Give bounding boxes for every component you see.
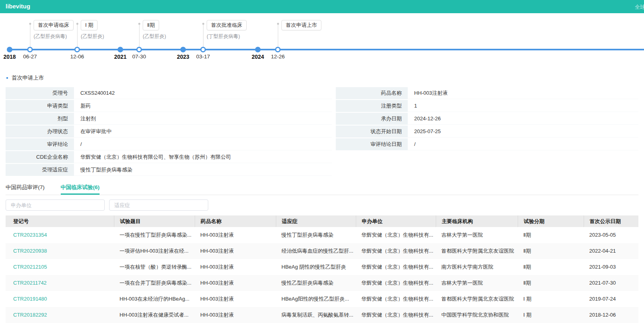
- detail-table-right: 药品名称HH-003注射液注册类型1承办日期2024-12-26状态开始日期20…: [336, 87, 638, 150]
- timeline-axis: [10, 49, 644, 50]
- sponsor-cell: 华辉安健（北京）生物科技有...: [356, 291, 436, 307]
- detail-label: 状态开始日期: [336, 126, 408, 138]
- detail-value: HH-003注射液: [408, 87, 638, 99]
- indication-cell: HBeAg阳性的慢性乙型肝炎...: [276, 291, 356, 307]
- detail-row: 审评结论日期/: [336, 138, 638, 150]
- drug-name-cell: HH-003注射液: [195, 307, 276, 323]
- detail-value: 华辉安健（北京）生物科技有限公司、智享生物（苏州）有限公司: [74, 151, 332, 163]
- registration-number-link[interactable]: CTR20182292: [13, 312, 47, 318]
- detail-value: 慢性丁型肝炎病毒感染: [74, 164, 332, 176]
- registration-number-cell: CTR20212105: [6, 259, 114, 275]
- detail-label: 审评结论日期: [336, 138, 408, 150]
- column-header: 主要临床机构: [436, 215, 518, 227]
- sponsor-cell: 华辉安健（北京）生物科技有...: [356, 307, 436, 323]
- sponsor-cell: 华辉安健（北京）生物科技有...: [356, 243, 436, 259]
- timeline-stem-dot-icon: [29, 23, 31, 25]
- institution-cell: 首都医科大学附属北京友谊医院: [436, 291, 518, 307]
- registration-number-cell: CTR20220938: [6, 243, 114, 259]
- timeline-year-dot-icon: [118, 47, 123, 52]
- detail-value: /: [408, 138, 638, 150]
- timeline-stem: [139, 24, 140, 50]
- detail-label: CDE企业名称: [6, 151, 74, 163]
- registration-number-cell: CTR20182292: [6, 307, 114, 323]
- trial-title-cell: 一项在慢性丁型肝炎病毒感染...: [114, 227, 195, 243]
- timeline-event-dot-icon[interactable]: [136, 47, 142, 52]
- detail-label: 办理状态: [6, 126, 74, 138]
- registration-number-link[interactable]: CTR20231354: [13, 232, 47, 238]
- timeline-year-label: 2023: [174, 54, 192, 60]
- table-row: CTR20220938一项评估HH-003注射液在经...HH-003注射液经治…: [6, 243, 638, 259]
- phase-cell: Ⅰ 期: [518, 307, 584, 323]
- first-publish-date-cell: 2019-07-24: [584, 291, 638, 307]
- detail-row: 状态开始日期2025-07-25: [336, 126, 638, 138]
- detail-row: CDE企业名称华辉安健（北京）生物科技有限公司、智享生物（苏州）有限公司: [6, 151, 332, 163]
- timeline-event-dot-icon[interactable]: [74, 47, 80, 52]
- detail-label: 注册类型: [336, 100, 408, 112]
- tab-cn-drug-review[interactable]: 中国药品审评(7): [6, 184, 45, 195]
- trial-title-cell: 一项评估HH-003注射液在经...: [114, 243, 195, 259]
- timeline-event-dot-icon[interactable]: [200, 47, 206, 52]
- detail-row: 申请类型新药: [6, 100, 332, 112]
- detail-label: 承办日期: [336, 113, 408, 125]
- sponsor-filter-input[interactable]: [6, 199, 105, 211]
- sponsor-cell: 华辉安健（北京）生物科技有...: [356, 259, 436, 275]
- timeline-year-label: 2021: [112, 54, 129, 60]
- timeline-stem-dot-icon: [202, 23, 204, 25]
- detail-value: 注射剂: [74, 113, 332, 125]
- registration-number-link[interactable]: CTR20211742: [13, 280, 47, 286]
- clinical-trials-table: 登记号试验题目药品名称适应症申办单位主要临床机构试验分期首次公示日期 CTR20…: [6, 215, 638, 323]
- timeline-milestone-subtitle: (丁型肝炎病毒): [207, 33, 240, 40]
- indication-cell: 慢性乙型肝炎病毒感染: [276, 275, 356, 291]
- timeline-milestone-subtitle: (乙型肝炎): [143, 33, 166, 40]
- timeline-event-dot-icon[interactable]: [275, 47, 281, 52]
- top-bar: libevitug 全球: [0, 0, 644, 13]
- timeline-stem: [203, 24, 203, 50]
- phase-cell: Ⅱ期: [518, 275, 584, 291]
- table-row: CTR20182292HH-003注射液在健康受试者...HH-003注射液病毒…: [6, 307, 638, 323]
- detail-label: 审评结论: [6, 138, 74, 150]
- table-row: CTR20212105一项在核苷（酸）类逆转录酶...HH-003注射液HBeA…: [6, 259, 638, 275]
- phase-cell: Ⅱ期: [518, 243, 584, 259]
- detail-section: 受理号CXSS2400142申请类型新药剂型注射剂办理状态在审评审批中审评结论/…: [0, 87, 644, 176]
- phase-cell: Ⅱ期: [518, 259, 584, 275]
- timeline-event-date: 03-17: [191, 54, 215, 60]
- column-header: 首次公示日期: [584, 215, 638, 227]
- timeline-event-dot-icon[interactable]: [27, 47, 33, 52]
- drug-name-cell: HH-003注射液: [195, 275, 276, 291]
- first-publish-date-cell: 2021-09-03: [584, 259, 638, 275]
- registration-number-link[interactable]: CTR20212105: [13, 264, 47, 270]
- timeline-milestone-subtitle: (乙型肝炎病毒): [34, 33, 67, 40]
- registration-number-link[interactable]: CTR20191480: [13, 296, 47, 302]
- first-publish-date-cell: 2018-12-06: [584, 307, 638, 323]
- phase-cell: Ⅰ 期: [518, 291, 584, 307]
- trial-title-cell: 一项在核苷（酸）类逆转录酶...: [114, 259, 195, 275]
- indication-cell: 病毒复制活跃、丙氨酸氨基转...: [276, 307, 356, 323]
- column-header: 申办单位: [356, 215, 436, 227]
- detail-value: 新药: [74, 100, 332, 112]
- timeline-year-label: 2018: [1, 54, 18, 60]
- first-publish-date-cell: 2022-04-21: [584, 243, 638, 259]
- first-publish-date-cell: 2021-07-30: [584, 275, 638, 291]
- trial-title-cell: HH-003注射液在健康受试者...: [114, 307, 195, 323]
- timeline-year-label: 2024: [249, 54, 267, 60]
- detail-row: 审评结论/: [6, 138, 332, 150]
- table-header-row: 登记号试验题目药品名称适应症申办单位主要临床机构试验分期首次公示日期: [6, 215, 638, 227]
- timeline-year-dot-icon: [180, 47, 186, 52]
- milestone-timeline: 首次申请临床(乙型肝炎病毒)06-27Ⅰ 期(乙型肝炎)12-06Ⅱ期(乙型肝炎…: [0, 13, 644, 63]
- timeline-stem-dot-icon: [277, 23, 279, 25]
- detail-label: 受理号: [6, 87, 74, 99]
- institution-cell: 中国医学科学院北京协和医院: [436, 307, 518, 323]
- tab-cn-clinical-trials[interactable]: 中国临床试验(6): [61, 184, 100, 195]
- section-title: 首次申请上市: [12, 74, 44, 82]
- table-body: CTR20231354一项在慢性丁型肝炎病毒感染...HH-003注射液慢性丁型…: [6, 227, 638, 323]
- trial-title-cell: 一项在合并丁型肝炎病毒感染...: [114, 275, 195, 291]
- timeline-stem-dot-icon: [138, 23, 140, 25]
- topbar-right-link[interactable]: 全球: [635, 4, 644, 11]
- detail-value: CXSS2400142: [74, 87, 332, 99]
- institution-cell: 吉林大学第一医院: [436, 227, 518, 243]
- registration-number-link[interactable]: CTR20220938: [13, 248, 47, 254]
- table-row: CTR20231354一项在慢性丁型肝炎病毒感染...HH-003注射液慢性丁型…: [6, 227, 638, 243]
- table-row: CTR20211742一项在合并丁型肝炎病毒感染...HH-003注射液慢性乙型…: [6, 275, 638, 291]
- registration-number-cell: CTR20191480: [6, 291, 114, 307]
- indication-filter-input[interactable]: [109, 199, 208, 211]
